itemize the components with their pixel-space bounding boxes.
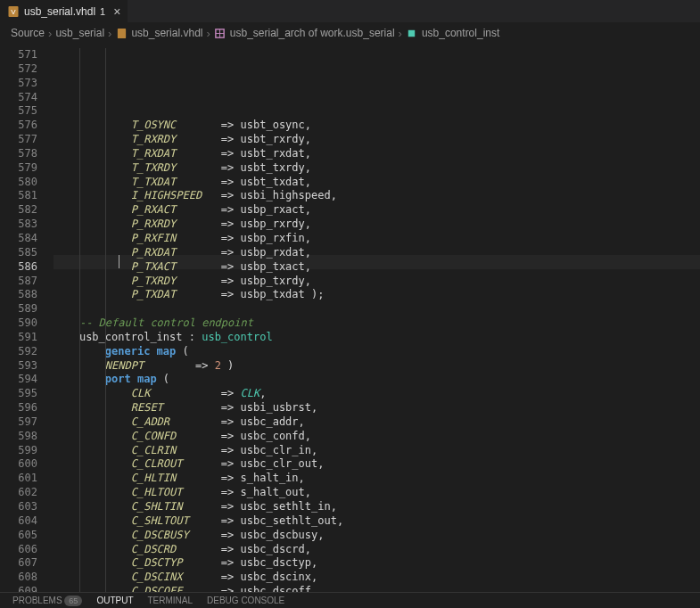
chevron-right-icon: › bbox=[108, 27, 111, 40]
line-number: 599 bbox=[0, 444, 37, 458]
code-line: C_SHLTIN => usbc_sethlt_in, bbox=[54, 500, 700, 514]
line-number: 587 bbox=[0, 275, 37, 289]
line-number: 596 bbox=[0, 401, 37, 415]
panel-tab[interactable]: OUTPUT bbox=[96, 596, 133, 605]
breadcrumb-label: usb_serial_arch of work.usb_serial bbox=[230, 27, 395, 39]
svg-rect-6 bbox=[408, 29, 415, 36]
line-number: 592 bbox=[0, 345, 37, 359]
svg-text:V: V bbox=[11, 8, 16, 16]
line-number: 576 bbox=[0, 119, 37, 133]
code-line: RESET => usbi_usbrst, bbox=[54, 401, 700, 415]
tab-bar: V usb_serial.vhdl 1 × bbox=[0, 0, 700, 23]
line-number: 600 bbox=[0, 457, 37, 472]
code-line: T_RXRDY => usbt_rxrdy, bbox=[54, 133, 700, 147]
code-area[interactable]: T_OSYNC => usbt_osync, T_RXRDY => usbt_r… bbox=[54, 43, 700, 592]
breadcrumb-label: Source bbox=[11, 27, 45, 39]
code-line: usb_control_inst : usb_control bbox=[54, 331, 700, 345]
code-line: C_ADDR => usbc_addr, bbox=[54, 415, 700, 430]
line-number: 589 bbox=[0, 302, 37, 316]
line-number: 608 bbox=[0, 571, 37, 585]
code-line: C_DSCBUSY => usbc_dscbusy, bbox=[54, 529, 700, 543]
code-line: T_TXDAT => usbt_txdat, bbox=[54, 176, 700, 190]
line-number: 586 bbox=[0, 260, 37, 275]
code-line: C_DSCINX => usbc_dscinx, bbox=[54, 571, 700, 585]
breadcrumb-item[interactable]: usb_serial bbox=[55, 27, 104, 39]
line-number: 582 bbox=[0, 203, 37, 218]
line-number: 578 bbox=[0, 147, 37, 161]
code-line: C_DSCTYP => usbc_dsctyp, bbox=[54, 556, 700, 571]
code-line: C_HLTIN => s_halt_in, bbox=[54, 472, 700, 486]
code-line: P_RXDAT => usbp_rxdat, bbox=[54, 246, 700, 260]
line-number: 584 bbox=[0, 232, 37, 246]
line-number: 598 bbox=[0, 430, 37, 444]
breadcrumb-item[interactable]: usb_serial_arch of work.usb_serial bbox=[214, 27, 395, 39]
line-number: 607 bbox=[0, 556, 37, 571]
tab-close-icon[interactable]: × bbox=[113, 4, 120, 19]
line-number: 601 bbox=[0, 472, 37, 486]
code-line: P_TXRDY => usbp_txrdy, bbox=[54, 275, 700, 289]
line-number: 595 bbox=[0, 387, 37, 401]
file-icon bbox=[115, 27, 128, 39]
panel-badge: 65 bbox=[64, 596, 82, 606]
line-number: 581 bbox=[0, 189, 37, 203]
line-number: 580 bbox=[0, 176, 37, 190]
code-line: P_RXACT => usbp_rxact, bbox=[54, 203, 700, 218]
breadcrumb-item[interactable]: usb_serial.vhdl bbox=[115, 27, 202, 39]
code-line: CLK => CLK, bbox=[54, 387, 700, 401]
code-line: T_TXRDY => usbt_txrdy, bbox=[54, 161, 700, 176]
breadcrumb-item[interactable]: Source bbox=[11, 27, 45, 39]
line-number: 609 bbox=[0, 585, 37, 592]
breadcrumb-label: usb_serial bbox=[55, 27, 104, 39]
code-line: C_CLROUT => usbc_clr_out, bbox=[54, 457, 700, 472]
panel-tab[interactable]: TERMINAL bbox=[147, 596, 193, 605]
code-line: C_CLRIN => usbc_clr_in, bbox=[54, 444, 700, 458]
code-line: P_RXFIN => usbp_rxfin, bbox=[54, 232, 700, 246]
code-line: C_DSCRD => usbc_dscrd, bbox=[54, 543, 700, 557]
line-number: 591 bbox=[0, 331, 37, 345]
code-line: C_HLTOUT => s_halt_out, bbox=[54, 486, 700, 500]
tab-dirty-indicator: 1 bbox=[100, 6, 105, 17]
breadcrumb-label: usb_control_inst bbox=[422, 27, 499, 39]
panel-tab[interactable]: PROBLEMS 65 bbox=[12, 596, 82, 605]
line-number: 571 bbox=[0, 48, 37, 62]
line-number: 585 bbox=[0, 246, 37, 260]
text-cursor bbox=[119, 255, 119, 268]
code-line: P_TXDAT => usbp_txdat ); bbox=[54, 288, 700, 302]
line-number: 579 bbox=[0, 161, 37, 176]
field-icon bbox=[406, 27, 418, 39]
line-number: 602 bbox=[0, 486, 37, 500]
line-number: 588 bbox=[0, 288, 37, 302]
code-line: generic map ( bbox=[54, 345, 700, 359]
line-number: 583 bbox=[0, 218, 37, 232]
breadcrumb: Source›usb_serial›usb_serial.vhdl›usb_se… bbox=[0, 23, 700, 43]
code-line: T_RXDAT => usbt_rxdat, bbox=[54, 147, 700, 161]
line-number: 572 bbox=[0, 62, 37, 77]
line-number: 597 bbox=[0, 415, 37, 430]
code-line: T_OSYNC => usbt_osync, bbox=[54, 119, 700, 133]
code-line: -- Default control endpoint bbox=[54, 316, 700, 331]
code-line: P_TXACT => usbp_txact, bbox=[54, 260, 700, 275]
code-line: port map ( bbox=[54, 373, 700, 387]
code-line: P_RXRDY => usbp_rxrdy, bbox=[54, 218, 700, 232]
tab-filename: usb_serial.vhdl bbox=[24, 5, 95, 18]
code-line: I_HIGHSPEED => usbi_highspeed, bbox=[54, 189, 700, 203]
line-number-gutter: 5715725735745755765775785795805815825835… bbox=[0, 43, 54, 592]
line-number: 577 bbox=[0, 133, 37, 147]
line-number: 603 bbox=[0, 500, 37, 514]
breadcrumb-item[interactable]: usb_control_inst bbox=[406, 27, 499, 39]
editor-tab[interactable]: V usb_serial.vhdl 1 × bbox=[0, 0, 128, 22]
line-number: 590 bbox=[0, 316, 37, 331]
panel-tabs: PROBLEMS 65OUTPUTTERMINALDEBUG CONSOLE bbox=[0, 592, 700, 608]
code-line: C_SHLTOUT => usbc_sethlt_out, bbox=[54, 514, 700, 529]
line-number: 574 bbox=[0, 91, 37, 105]
code-editor[interactable]: 5715725735745755765775785795805815825835… bbox=[0, 43, 700, 592]
svg-rect-2 bbox=[118, 28, 126, 37]
line-number: 593 bbox=[0, 359, 37, 374]
panel-tab[interactable]: DEBUG CONSOLE bbox=[207, 596, 284, 605]
chevron-right-icon: › bbox=[399, 27, 402, 40]
vhdl-file-icon: V bbox=[7, 5, 20, 18]
line-number: 573 bbox=[0, 77, 37, 91]
code-line bbox=[54, 302, 700, 316]
line-number: 575 bbox=[0, 104, 37, 119]
line-number: 594 bbox=[0, 373, 37, 387]
